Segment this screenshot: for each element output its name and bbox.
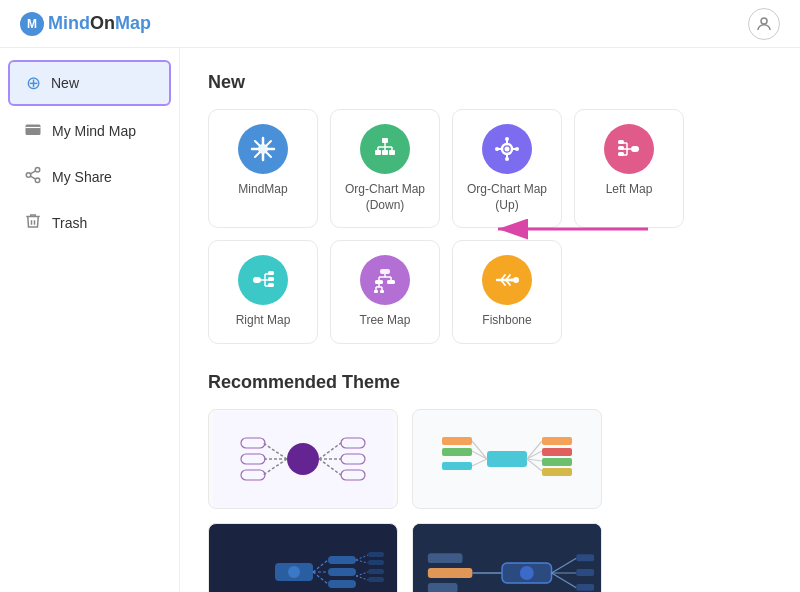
svg-rect-95 (542, 437, 572, 445)
svg-point-4 (35, 178, 40, 183)
svg-rect-41 (618, 140, 624, 144)
new-section-title: New (208, 72, 772, 93)
svg-rect-123 (428, 553, 463, 563)
orgchartdown-label: Org-Chart Map(Down) (345, 182, 425, 213)
theme-grid (208, 409, 772, 592)
leftmap-label: Left Map (606, 182, 653, 198)
svg-rect-111 (328, 556, 356, 564)
rightmap-label: Right Map (236, 313, 291, 329)
svg-rect-96 (542, 448, 572, 456)
svg-rect-102 (442, 437, 472, 445)
treemap-label: Tree Map (360, 313, 411, 329)
svg-line-14 (255, 153, 260, 158)
svg-rect-125 (428, 583, 458, 592)
theme-preview-4 (413, 523, 601, 592)
svg-rect-1 (26, 125, 41, 136)
svg-rect-43 (618, 152, 624, 156)
svg-line-15 (267, 153, 272, 158)
orgchartup-icon (482, 124, 532, 174)
svg-rect-53 (380, 269, 390, 274)
sidebar-item-trash[interactable]: Trash (8, 202, 171, 244)
svg-rect-64 (374, 290, 378, 293)
recommended-theme-title: Recommended Theme (208, 372, 772, 393)
mindmap-folder-icon (24, 120, 42, 142)
map-card-fishbone[interactable]: Fishbone (452, 240, 562, 344)
map-card-treemap[interactable]: Tree Map (330, 240, 440, 344)
svg-point-32 (515, 147, 519, 151)
theme-card-4[interactable] (412, 523, 602, 592)
sidebar-item-myshare[interactable]: My Share (8, 156, 171, 198)
svg-rect-65 (380, 290, 384, 293)
map-card-orgchartup[interactable]: Org-Chart Map (Up) (452, 109, 562, 228)
svg-rect-120 (368, 569, 384, 574)
svg-rect-58 (375, 280, 383, 284)
svg-rect-133 (576, 554, 594, 561)
svg-rect-24 (389, 150, 395, 155)
logo-mind: Mind (48, 13, 90, 34)
main-layout: ⊕ New My Mind Map My Share Trash New (0, 48, 800, 592)
svg-rect-42 (618, 146, 624, 150)
share-icon (24, 166, 42, 188)
trash-icon (24, 212, 42, 234)
svg-point-2 (35, 168, 40, 173)
logo-map: Map (115, 13, 151, 34)
sidebar-label-trash: Trash (52, 215, 87, 231)
svg-point-76 (287, 443, 319, 475)
svg-rect-22 (375, 150, 381, 155)
svg-line-6 (30, 171, 35, 174)
user-avatar-button[interactable] (748, 8, 780, 40)
svg-rect-50 (268, 271, 274, 275)
map-card-orgchartdown[interactable]: Org-Chart Map(Down) (330, 109, 440, 228)
map-grid: MindMap (208, 109, 772, 344)
svg-rect-52 (268, 283, 274, 287)
svg-rect-117 (368, 560, 384, 565)
sidebar-label-mymindmap: My Mind Map (52, 123, 136, 139)
theme-card-1[interactable] (208, 409, 398, 509)
svg-point-0 (761, 18, 767, 24)
svg-rect-23 (382, 150, 388, 155)
map-card-mindmap[interactable]: MindMap (208, 109, 318, 228)
map-card-rightmap[interactable]: Right Map (208, 240, 318, 344)
orgchartdown-icon (360, 124, 410, 174)
sidebar-item-mymindmap[interactable]: My Mind Map (8, 110, 171, 152)
map-types-container: MindMap (208, 109, 772, 344)
logo-icon: M (20, 12, 44, 36)
svg-rect-103 (442, 448, 472, 456)
svg-rect-35 (631, 146, 639, 152)
logo-on: On (90, 13, 115, 34)
theme-card-2[interactable] (412, 409, 602, 509)
mindmap-label: MindMap (238, 182, 287, 198)
orgchartup-label: Org-Chart Map (Up) (463, 182, 551, 213)
logo: M MindOnMap (20, 12, 151, 36)
sidebar-label-new: New (51, 75, 79, 91)
header: M MindOnMap (0, 0, 800, 48)
svg-point-68 (513, 277, 519, 283)
svg-rect-104 (442, 462, 472, 470)
svg-rect-134 (576, 569, 594, 576)
svg-line-13 (267, 141, 272, 146)
svg-rect-112 (328, 568, 356, 576)
svg-point-3 (26, 173, 31, 178)
sidebar-label-myshare: My Share (52, 169, 112, 185)
svg-rect-97 (542, 458, 572, 466)
content-area: New (180, 48, 800, 592)
svg-rect-105 (213, 525, 393, 592)
svg-line-12 (255, 141, 260, 146)
svg-rect-59 (387, 280, 395, 284)
theme-card-3[interactable] (208, 523, 398, 592)
leftmap-icon (604, 124, 654, 174)
svg-rect-90 (487, 451, 527, 467)
svg-rect-121 (368, 577, 384, 582)
sidebar-item-new[interactable]: ⊕ New (8, 60, 171, 106)
svg-point-31 (505, 137, 509, 141)
svg-point-33 (495, 147, 499, 151)
fishbone-label: Fishbone (482, 313, 531, 329)
svg-point-129 (520, 566, 534, 580)
svg-rect-113 (328, 580, 356, 588)
svg-point-107 (288, 566, 300, 578)
theme-preview-3 (213, 525, 393, 592)
treemap-icon (360, 255, 410, 305)
plus-icon: ⊕ (26, 72, 41, 94)
map-card-leftmap[interactable]: Left Map (574, 109, 684, 228)
mindmap-icon (238, 124, 288, 174)
